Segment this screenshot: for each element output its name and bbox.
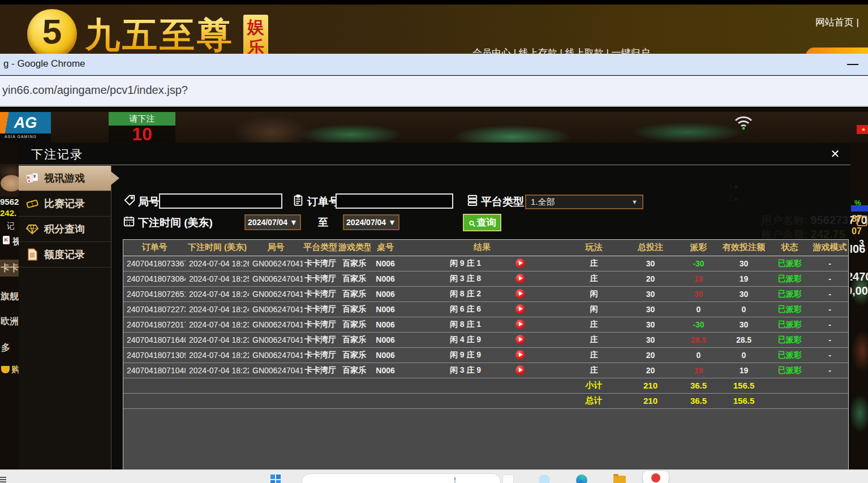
round-filter-label: 局号 xyxy=(138,195,160,209)
search-pill[interactable] xyxy=(302,473,501,483)
sidebar-item-quota-records[interactable]: 额度记录 xyxy=(19,242,111,268)
cell-time: 2024-07-04 18:23:06 xyxy=(186,332,249,347)
chrome-urlbar[interactable]: yin66.com/agingame/pcv1/index.jsp? xyxy=(0,76,868,107)
play-icon[interactable] xyxy=(515,335,525,344)
sidebar-item-match-records[interactable]: 比赛记录 xyxy=(19,191,111,217)
dealer-avatar xyxy=(0,164,20,197)
ag-logo: AG ASIA GAMING xyxy=(0,112,51,143)
search-button[interactable]: 查询 xyxy=(463,214,501,231)
platform-select[interactable]: 1.全部 ▼ xyxy=(525,195,643,209)
minimize-icon[interactable]: — xyxy=(844,55,861,72)
page-icon[interactable] xyxy=(502,475,514,483)
table-header-row: 订单号下注时间 (美东)局号平台类型游戏类型桌号结果玩法总投注派彩有效投注额状态… xyxy=(123,240,848,256)
column-header-9: 派彩 xyxy=(677,240,720,256)
table-row: 240704180716405 2024-07-04 18:23:06 GN00… xyxy=(123,332,848,347)
cell-table: N006 xyxy=(371,256,400,271)
close-icon[interactable]: ✕ xyxy=(828,146,843,161)
sidebar-item-video-games[interactable]: K ♥ 9 视讯游戏 xyxy=(19,166,111,191)
left-hall-multi[interactable]: 多 xyxy=(1,342,10,354)
column-header-8: 总投注 xyxy=(624,240,677,256)
cell-result: 闲 3 庄 8 xyxy=(400,271,564,286)
cell-playtype: 庄 xyxy=(564,332,624,347)
cell-status: 已派彩 xyxy=(768,256,811,271)
bet-records-dialog: 下注记录 ✕ K ♥ 9 xyxy=(19,143,850,471)
cell-order: 240704180716405 xyxy=(123,332,186,347)
active-app-card[interactable] xyxy=(643,471,669,483)
round-input[interactable] xyxy=(159,193,282,209)
sidebar-item-label: 积分查询 xyxy=(44,222,85,236)
chrome-content: AG ASIA GAMING 请下注 10 用户名称: xyxy=(0,108,868,483)
sidebar-item-points-query[interactable]: 积分查询 xyxy=(19,217,111,242)
sidebar-item-label: 视讯游戏 xyxy=(44,171,85,185)
cell-round: GN006247041C8 xyxy=(249,301,303,317)
play-icon[interactable] xyxy=(515,365,525,375)
cell-result: 闲 8 庄 2 xyxy=(400,286,564,301)
play-icon[interactable] xyxy=(515,304,525,314)
cell-game: 百家乐 xyxy=(338,301,371,317)
cell-game: 百家乐 xyxy=(338,347,371,363)
cell-playtype: 闲 xyxy=(564,301,624,317)
brand-logo-icon: 5 xyxy=(27,9,77,54)
date-from-picker[interactable]: 2024/07/04 ▼ xyxy=(244,214,301,230)
cell-status: 已派彩 xyxy=(768,317,811,332)
cell-table: N006 xyxy=(371,363,400,378)
cell-result: 闲 8 庄 1 xyxy=(400,317,564,332)
document-icon xyxy=(25,248,39,261)
cell-game: 百家乐 xyxy=(338,363,371,378)
left-hall-europe[interactable]: 欧洲 xyxy=(1,316,19,327)
play-icon[interactable] xyxy=(515,350,525,360)
cell-order: 240704180726514 xyxy=(123,286,186,301)
column-header-0: 订单号 xyxy=(123,240,186,256)
order-input[interactable] xyxy=(336,193,453,209)
banner-action-button[interactable] xyxy=(806,48,868,54)
folder-icon[interactable] xyxy=(613,476,626,483)
to-label: 至 xyxy=(318,215,328,229)
cell-bet: 20 xyxy=(624,347,677,363)
play-icon[interactable] xyxy=(515,258,525,268)
wifi-icon xyxy=(733,114,754,132)
play-icon[interactable] xyxy=(515,289,525,299)
cell-mode: - xyxy=(811,347,848,363)
banner-nav-links[interactable]: 会员中心 | 线上存款 | 线上取款 | 一键归户 xyxy=(472,46,650,54)
summary-label: 总计 xyxy=(564,393,624,408)
corner-icon[interactable] xyxy=(0,477,6,483)
cell-payout: 19 xyxy=(677,363,720,378)
cell-valid: 28.5 xyxy=(720,332,768,347)
cell-valid: 30 xyxy=(720,256,768,271)
clipboard-icon xyxy=(292,194,304,206)
right-fragment-3: 3 xyxy=(859,239,864,249)
card-icon: K xyxy=(3,236,10,244)
cell-payout: -30 xyxy=(677,256,720,271)
cell-payout: -30 xyxy=(677,317,720,332)
sidebar-item-label: 额度记录 xyxy=(44,248,85,261)
chrome-titlebar[interactable]: g - Google Chrome — xyxy=(0,54,868,75)
play-icon[interactable] xyxy=(515,274,525,283)
date-to-picker[interactable]: 2024/07/04 ▼ xyxy=(343,214,399,230)
magnifier-icon xyxy=(469,220,476,227)
cell-time: 2024-07-04 18:24:14 xyxy=(186,301,249,317)
teams-icon[interactable] xyxy=(539,475,550,483)
bet-time-filter-label: 下注时间 (美东) xyxy=(138,215,213,230)
table-body: 240704180733671 2024-07-04 18:26:09 GN00… xyxy=(123,256,848,408)
chrome-window: g - Google Chrome — yin66.com/agingame/p… xyxy=(0,54,868,483)
left-hall-flagship[interactable]: 旗舰 xyxy=(1,291,19,303)
column-header-4: 游戏类型 xyxy=(338,240,371,256)
table-row: 240704180720176 2024-07-04 18:23:46 GN00… xyxy=(123,317,848,332)
edge-icon[interactable] xyxy=(576,475,587,483)
url-text[interactable]: yin66.com/agingame/pcv1/index.jsp? xyxy=(2,84,188,97)
cell-status: 已派彩 xyxy=(768,332,811,347)
dialog-content: 局号 订单号 平台类型 xyxy=(112,166,850,471)
layers-icon xyxy=(466,194,479,206)
bet-countdown-box: 请下注 10 xyxy=(109,112,175,143)
cell-bet: 30 xyxy=(624,332,677,347)
windows-icon[interactable] xyxy=(270,475,281,483)
cell-table: N006 xyxy=(371,332,400,347)
left-hall-kaka[interactable]: 卡卡 xyxy=(1,262,19,274)
home-link[interactable]: 网站首页 | xyxy=(815,16,859,29)
cell-mode: - xyxy=(811,256,848,271)
cell-time: 2024-07-04 18:25:39 xyxy=(186,271,249,286)
play-icon[interactable] xyxy=(515,320,525,329)
summary-valid: 156.5 xyxy=(720,393,768,408)
cell-mode: - xyxy=(811,332,848,347)
summary-valid: 156.5 xyxy=(720,378,768,393)
